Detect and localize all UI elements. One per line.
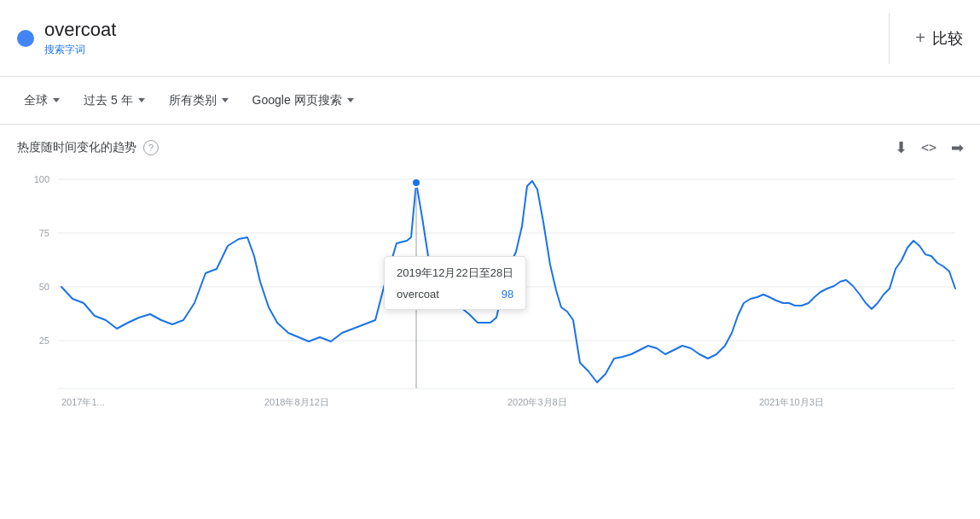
chart-section: 热度随时间变化的趋势 ? ⬇ <> ⬆ 100 75 50 25 2017年1.… — [0, 125, 980, 425]
chart-tooltip: 2019年12月22日至28日 overcoat 98 — [384, 256, 526, 310]
search-type-filter[interactable]: Google 网页搜索 — [242, 86, 364, 115]
search-term-section: overcoat 搜索字词 — [17, 19, 863, 57]
tooltip-term: overcoat — [397, 288, 439, 300]
svg-text:100: 100 — [34, 174, 49, 184]
compare-plus-icon: + — [915, 28, 925, 48]
tooltip-row: overcoat 98 — [397, 288, 513, 300]
search-term-container: overcoat 搜索字词 — [44, 19, 116, 57]
category-filter[interactable]: 所有类别 — [159, 86, 239, 115]
period-filter[interactable]: 过去 5 年 — [73, 86, 155, 115]
region-filter[interactable]: 全球 — [14, 86, 70, 115]
chart-wrapper: 100 75 50 25 2017年1... 2018年8月12日 2020年3… — [17, 171, 963, 418]
svg-point-14 — [412, 178, 420, 187]
svg-text:25: 25 — [39, 335, 49, 346]
chart-actions: ⬇ <> ⬆ — [895, 138, 963, 157]
region-chevron-icon — [53, 98, 60, 102]
chart-title-area: 热度随时间变化的趋势 ? — [17, 140, 159, 155]
svg-text:2017年1...: 2017年1... — [61, 397, 105, 407]
compare-button[interactable]: + 比较 — [915, 28, 963, 49]
header-divider — [889, 13, 890, 64]
help-icon[interactable]: ? — [143, 140, 159, 155]
compare-label: 比较 — [932, 28, 963, 49]
search-term-title: overcoat — [44, 19, 116, 41]
term-color-dot — [17, 30, 34, 47]
category-chevron-icon — [222, 98, 229, 102]
search-type-label: Google 网页搜索 — [252, 93, 342, 108]
category-label: 所有类别 — [169, 93, 217, 108]
tooltip-value: 98 — [502, 288, 513, 300]
svg-text:75: 75 — [39, 228, 49, 238]
page-header: overcoat 搜索字词 + 比较 — [0, 0, 980, 77]
filter-toolbar: 全球 过去 5 年 所有类别 Google 网页搜索 — [0, 77, 980, 125]
download-icon[interactable]: ⬇ — [895, 138, 908, 157]
svg-text:2020年3月8日: 2020年3月8日 — [507, 397, 567, 407]
svg-text:2018年8月12日: 2018年8月12日 — [264, 397, 329, 407]
search-type-chevron-icon — [347, 98, 354, 102]
region-label: 全球 — [24, 93, 48, 108]
svg-text:50: 50 — [39, 282, 49, 292]
chart-header: 热度随时间变化的趋势 ? ⬇ <> ⬆ — [17, 138, 963, 157]
search-term-label: 搜索字词 — [44, 43, 116, 57]
period-label: 过去 5 年 — [84, 93, 133, 108]
chart-title: 热度随时间变化的趋势 — [17, 140, 136, 155]
embed-icon[interactable]: <> — [921, 140, 937, 155]
period-chevron-icon — [138, 98, 145, 102]
share-icon[interactable]: ⬆ — [948, 142, 966, 155]
tooltip-date: 2019年12月22日至28日 — [397, 265, 513, 281]
svg-text:2021年10月3日: 2021年10月3日 — [759, 397, 824, 407]
